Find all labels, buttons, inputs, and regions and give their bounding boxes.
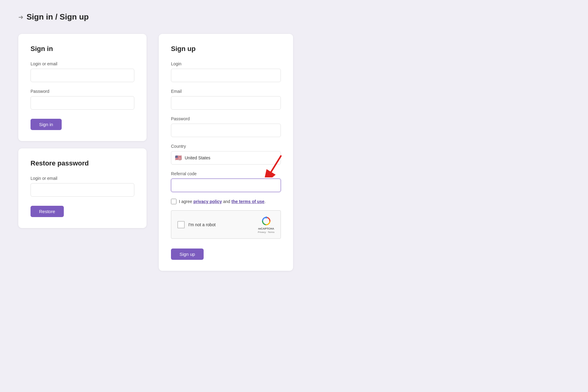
- signup-password-group: Password: [171, 116, 281, 137]
- agreement-text: I agree privacy policy and the terms of …: [179, 199, 266, 204]
- restore-card: Restore password Login or email Restore: [18, 148, 147, 228]
- agreement-checkbox[interactable]: [171, 199, 176, 204]
- signup-country-label: Country: [171, 144, 281, 149]
- recaptcha-icon: [261, 216, 272, 227]
- signup-title: Sign up: [171, 45, 281, 53]
- signup-country-select[interactable]: 🇺🇸 United States: [171, 151, 281, 165]
- recaptcha-links: Privacy · Terms: [258, 231, 274, 234]
- signup-referral-input[interactable]: [171, 179, 281, 192]
- signin-icon: ➜: [18, 13, 24, 21]
- signup-country-group: Country 🇺🇸 United States: [171, 144, 281, 165]
- signup-email-group: Email: [171, 89, 281, 110]
- terms-link[interactable]: the terms of use: [231, 199, 264, 204]
- privacy-policy-link[interactable]: privacy policy: [193, 199, 222, 204]
- signup-email-label: Email: [171, 89, 281, 94]
- signin-password-group: Password: [31, 89, 134, 110]
- page-header: ➜ Sign in / Sign up: [18, 12, 570, 22]
- signup-password-label: Password: [171, 116, 281, 121]
- restore-login-label: Login or email: [31, 176, 134, 181]
- restore-login-input[interactable]: [31, 183, 134, 197]
- signup-button[interactable]: Sign up: [171, 249, 204, 260]
- main-content: Sign in Login or email Password Sign in …: [18, 34, 570, 271]
- signup-email-input[interactable]: [171, 96, 281, 110]
- recaptcha-checkbox[interactable]: [177, 221, 185, 228]
- recaptcha-left: I'm not a robot: [177, 221, 216, 228]
- signin-password-input[interactable]: [31, 96, 134, 110]
- signup-referral-group: Referral code: [171, 171, 281, 192]
- recaptcha-label: I'm not a robot: [188, 222, 216, 227]
- signin-login-label: Login or email: [31, 61, 134, 66]
- signup-login-label: Login: [171, 61, 281, 66]
- recaptcha-brand: reCAPTCHA: [258, 227, 274, 230]
- signup-password-input[interactable]: [171, 124, 281, 137]
- restore-button[interactable]: Restore: [31, 206, 64, 217]
- recaptcha-widget[interactable]: I'm not a robot reCAPTCHA Privacy · Term…: [171, 210, 281, 239]
- restore-title: Restore password: [31, 159, 134, 167]
- signin-button[interactable]: Sign in: [31, 119, 62, 130]
- signin-card: Sign in Login or email Password Sign in: [18, 34, 147, 141]
- agreement-row: I agree privacy policy and the terms of …: [171, 199, 281, 204]
- signin-password-label: Password: [31, 89, 134, 94]
- signup-login-input[interactable]: [171, 69, 281, 82]
- signup-login-group: Login: [171, 61, 281, 82]
- restore-login-group: Login or email: [31, 176, 134, 197]
- signin-login-input[interactable]: [31, 69, 134, 82]
- page-title: Sign in / Sign up: [27, 12, 89, 22]
- country-value: United States: [185, 155, 210, 160]
- signin-title: Sign in: [31, 45, 134, 53]
- left-column: Sign in Login or email Password Sign in …: [18, 34, 147, 228]
- signup-card: Sign up Login Email Password Country 🇺🇸 …: [159, 34, 293, 271]
- signup-referral-label: Referral code: [171, 171, 281, 176]
- signin-login-group: Login or email: [31, 61, 134, 82]
- us-flag-icon: 🇺🇸: [175, 154, 182, 161]
- recaptcha-logo: reCAPTCHA Privacy · Terms: [258, 216, 274, 234]
